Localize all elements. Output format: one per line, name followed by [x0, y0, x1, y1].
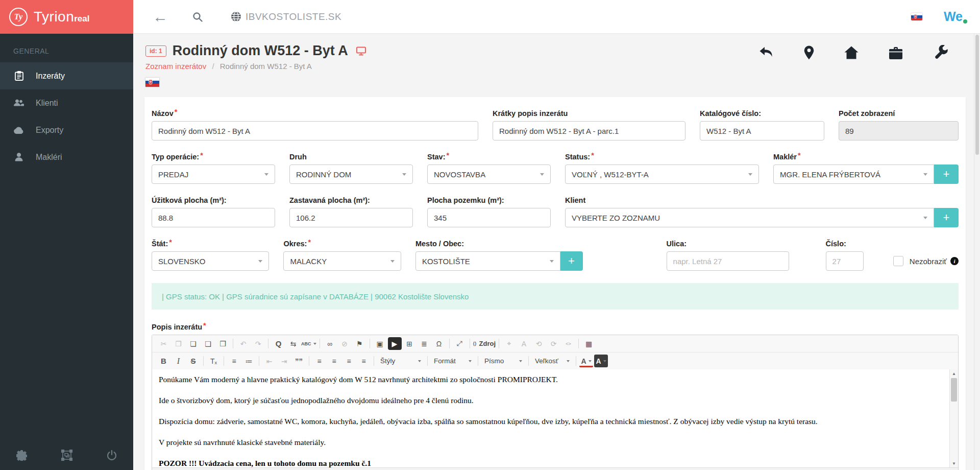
field-label: Krátky popis inzerátu [493, 109, 568, 118]
brand-monogram-icon: Ty [9, 8, 28, 26]
cislo-input[interactable] [826, 251, 864, 271]
special-character-icon[interactable]: Ω [432, 337, 446, 350]
kratky-popis-input[interactable] [493, 121, 685, 140]
nezobrazit-checkbox[interactable] [893, 256, 903, 266]
info-icon[interactable]: i [950, 257, 959, 265]
bulleted-list-button[interactable]: ≔ [242, 355, 256, 367]
uzitkova-plocha-input[interactable] [152, 208, 275, 227]
paste-icon[interactable]: ❏ [186, 337, 200, 350]
ulica-input[interactable] [667, 251, 789, 271]
makler-select[interactable]: MGR. ELENA FRÝBERTOVÁ [773, 165, 934, 184]
strikethrough-button[interactable]: S [186, 355, 200, 367]
paste-from-word-icon[interactable]: ❒ [216, 337, 230, 350]
klient-select[interactable]: VYBERTE ZO ZOZNAMU [565, 208, 934, 227]
okres-select[interactable]: MALACKY [283, 251, 401, 271]
display-monitor-icon[interactable] [356, 46, 366, 56]
page-scrollbar[interactable] [974, 34, 980, 470]
toolbar-separator [268, 339, 268, 348]
unlink-icon: ⊘ [338, 337, 352, 350]
plocha-pozemku-input[interactable] [427, 208, 551, 227]
bold-button[interactable]: B [157, 355, 170, 367]
sidebar-item-exporty[interactable]: Exporty [0, 116, 133, 144]
briefcase-icon[interactable] [889, 46, 903, 59]
inline-code-icon: <> [561, 337, 575, 350]
language-tab-slovak[interactable] [145, 78, 159, 87]
field-label: Druh [289, 153, 307, 161]
spellcheck-icon[interactable]: ABC [301, 337, 316, 350]
slovak-flag-icon[interactable] [911, 13, 922, 20]
font-dropdown[interactable]: Písmo [481, 355, 526, 367]
align-justify-button[interactable]: ≡ [357, 355, 371, 367]
toolbar-separator [578, 339, 579, 348]
id-badge: id: 1 [145, 45, 166, 57]
wrench-icon[interactable] [933, 45, 948, 60]
field-label: Status: [565, 153, 590, 161]
undo-icon: ↶ [236, 337, 250, 350]
sidebar-item-makleri[interactable]: Makléri [0, 144, 133, 171]
add-makler-button[interactable]: + [934, 165, 959, 184]
sidebar-item-inzeraty[interactable]: Inzeráty [0, 62, 133, 89]
text-color-button[interactable]: A [579, 356, 593, 367]
transform-icon[interactable] [61, 450, 72, 461]
format-dropdown[interactable]: Formát [430, 355, 475, 367]
back-arrow-icon[interactable]: ← [153, 9, 168, 25]
blockquote-button[interactable]: ”” [292, 355, 306, 367]
paste-plain-text-icon[interactable]: ❑ [201, 337, 215, 350]
editor-bottom-bar [152, 467, 958, 470]
find-icon[interactable]: Q [272, 337, 285, 350]
page-scrollbar-thumb[interactable] [975, 35, 979, 155]
remove-format-button[interactable]: Tₓ [207, 355, 220, 367]
breadcrumb-link[interactable]: Zoznam inzerátov [145, 62, 206, 70]
webnode-logo[interactable]: We [944, 9, 967, 24]
stat-select[interactable]: SLOVENSKO [152, 251, 269, 271]
app-logo[interactable]: Ty Tyrionreal [0, 0, 133, 34]
mesto-select[interactable]: KOSTOLIŠTE [415, 251, 560, 271]
field-label: Úžitková plocha (m²): [152, 196, 227, 204]
numbered-list-button[interactable]: ≡ [227, 355, 241, 367]
horizontal-rule-icon[interactable]: ≣ [418, 337, 431, 350]
align-left-button[interactable]: ≡ [312, 355, 326, 367]
breadcrumb: Zoznam inzerátov / Rodinný dom W512 - By… [145, 62, 949, 70]
popis-inzeratu-label: Popis inzerátu [152, 323, 202, 331]
zastavana-plocha-input[interactable] [289, 208, 413, 227]
table-icon[interactable]: ⊞ [403, 337, 416, 350]
stav-select[interactable]: NOVOSTAVBA [427, 165, 551, 184]
home-icon[interactable] [844, 46, 859, 59]
align-center-button[interactable]: ≡ [327, 355, 341, 367]
editor-scrollbar[interactable]: ▲ ▼ [949, 369, 958, 467]
styles-dropdown[interactable]: Štýly [377, 355, 425, 367]
link-icon[interactable]: ∞ [323, 337, 337, 350]
chevron-down-icon [550, 260, 554, 263]
editor-body[interactable]: Ponúkame Vám moderný a hlavne praktický … [152, 369, 958, 467]
embed-media-icon[interactable]: ▶ [388, 337, 402, 350]
undo-reply-icon[interactable] [758, 46, 774, 59]
katalogove-cislo-input[interactable] [700, 121, 824, 140]
typ-operacie-select[interactable]: PREDAJ [152, 165, 275, 184]
status-select[interactable]: VOĽNÝ , W512-BYT-A [565, 165, 759, 184]
scroll-up-icon[interactable]: ▲ [950, 369, 958, 378]
site-url[interactable]: IBVKOSTOLISTE.SK [231, 11, 341, 22]
location-pin-icon[interactable] [804, 45, 814, 60]
italic-button[interactable]: I [172, 355, 185, 367]
show-blocks-icon[interactable]: ▦ [582, 337, 596, 350]
replace-icon[interactable]: ⇆ [286, 337, 300, 350]
image-icon[interactable]: ▣ [373, 337, 387, 350]
search-icon[interactable] [192, 12, 203, 22]
druh-select[interactable]: RODINNÝ DOM [289, 165, 413, 184]
source-button[interactable]: ⟨⟩Zdroj [473, 337, 496, 350]
sidebar-item-klienti[interactable]: Klienti [0, 89, 133, 116]
power-icon[interactable] [107, 450, 117, 461]
nazov-input[interactable] [152, 121, 478, 140]
maximize-icon[interactable]: ⤢ [453, 337, 467, 350]
anchor-icon[interactable]: ⚑ [353, 337, 366, 350]
toolbar-separator [449, 339, 450, 348]
scrollbar-thumb[interactable] [951, 378, 957, 402]
size-dropdown[interactable]: Veľkosť [531, 355, 573, 367]
add-klient-button[interactable]: + [934, 208, 959, 227]
bg-color-button[interactable]: A [594, 355, 608, 367]
settings-gear-icon[interactable] [16, 450, 27, 461]
scroll-down-icon[interactable]: ▼ [950, 459, 958, 467]
align-right-button[interactable]: ≡ [342, 355, 356, 367]
add-mesto-button[interactable]: + [560, 251, 583, 271]
field-label: Maklér [773, 153, 797, 161]
